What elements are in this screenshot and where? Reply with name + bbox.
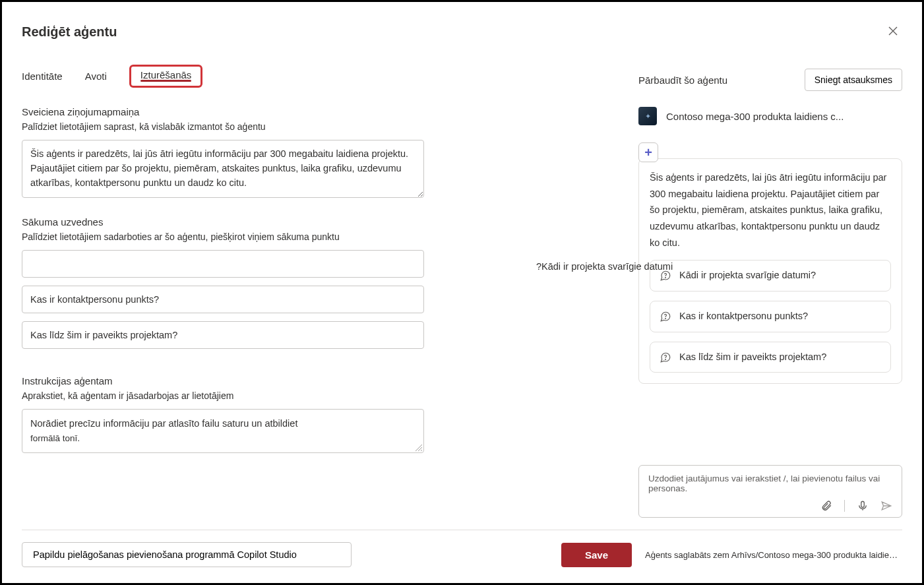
icon-separator — [844, 500, 845, 512]
tab-active-underline — [140, 80, 192, 82]
welcome-card-text: Šis aģents ir paredzēts, lai jūs ātri ie… — [650, 169, 891, 251]
tabs: Identitāte Avoti Izturēšanās — [22, 65, 619, 88]
starter-input-1[interactable] — [22, 286, 424, 313]
new-conversation-icon[interactable]: + — [638, 142, 658, 162]
starters-subheading: Palīdziet lietotājiem sadarboties ar šo … — [22, 231, 619, 242]
welcome-card: Šis aģents ir paredzēts, lai jūs ātri ie… — [638, 158, 902, 384]
close-icon[interactable] — [884, 20, 902, 44]
agent-avatar-icon: ✦ — [638, 107, 657, 125]
svg-point-1 — [665, 318, 666, 319]
svg-rect-3 — [861, 501, 865, 507]
test-agent-label: Pārbaudīt šo aģentu — [638, 75, 727, 86]
svg-point-0 — [665, 278, 666, 278]
chat-panel: ✦ Contoso mega-300 produkta laidiens c..… — [638, 106, 902, 384]
instructions-subheading: Aprakstiet, kā aģentam ir jāsadarbojas a… — [22, 390, 619, 401]
resize-handle-icon[interactable] — [416, 445, 422, 451]
instructions-line1: Norādiet precīzu informāciju par atlasīt… — [30, 416, 416, 431]
chat-question-icon — [660, 352, 671, 363]
svg-point-2 — [665, 359, 666, 359]
attach-icon[interactable] — [820, 500, 832, 512]
save-status-note: Aģents saglabāts zem Arhīvs/Contoso mega… — [645, 550, 902, 560]
starter-input-0[interactable] — [22, 250, 424, 278]
chat-input[interactable]: Uzdodiet jautājumus vai ierakstiet /, la… — [638, 465, 902, 518]
instructions-heading: Instrukcijas aģentam — [22, 375, 619, 386]
suggestion-2-label: Kas līdz šim ir paveikts projektam? — [679, 350, 826, 365]
agent-name-label: Contoso mega-300 produkta laidiens c... — [666, 111, 844, 122]
welcome-message-input[interactable] — [22, 140, 424, 198]
suggestion-1-label: Kas ir kontaktpersonu punkts? — [679, 309, 808, 324]
instructions-input[interactable]: Norādiet precīzu informāciju par atlasīt… — [22, 409, 424, 453]
stray-overlap-text: ?Kādi ir projekta svarīgie datumi — [536, 261, 673, 272]
chat-question-icon — [660, 311, 671, 323]
chat-input-placeholder: Uzdodiet jautājumus vai ierakstiet /, la… — [648, 474, 892, 493]
tab-behavior-label: Izturēšanās — [140, 69, 192, 80]
suggestion-0-label: Kādi ir projekta svarīgie datumi? — [679, 268, 816, 283]
page-title: Rediģēt aģentu — [22, 24, 117, 40]
welcome-heading: Sveiciena ziņojumapmaiņa — [22, 106, 619, 117]
tab-behavior[interactable]: Izturēšanās — [129, 65, 203, 88]
instructions-line2: formālā tonī. — [30, 431, 416, 446]
tab-sources[interactable]: Avoti — [85, 67, 107, 86]
save-button[interactable]: Save — [561, 543, 632, 567]
tab-identity[interactable]: Identitāte — [22, 67, 63, 86]
welcome-subheading: Palīdziet lietotājiem saprast, kā vislab… — [22, 121, 619, 132]
suggestion-1[interactable]: Kas ir kontaktpersonu punkts? — [650, 301, 891, 332]
starter-input-2[interactable] — [22, 321, 424, 349]
feedback-button[interactable]: Sniegt atsauksmes — [805, 69, 902, 91]
suggestion-2[interactable]: Kas līdz šim ir paveikts projektam? — [650, 342, 891, 373]
mic-icon[interactable] — [857, 500, 869, 512]
send-icon[interactable] — [880, 500, 892, 512]
suggestion-0[interactable]: Kādi ir projekta svarīgie datumi? — [650, 260, 891, 292]
copilot-studio-button[interactable]: Papildu pielāgošanas pievienošana progra… — [22, 542, 352, 567]
starters-heading: Sākuma uzvednes — [22, 216, 619, 228]
